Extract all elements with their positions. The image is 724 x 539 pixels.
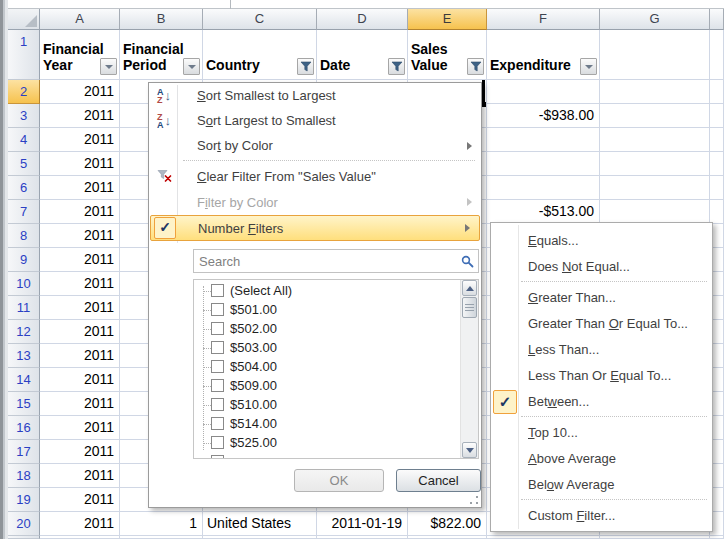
checkbox[interactable] <box>211 398 224 411</box>
filter-value-item[interactable]: $503.00 <box>194 339 478 358</box>
filter-value-item[interactable]: $502.00 <box>194 320 478 339</box>
submenu-item-greater-than[interactable]: Greater Than... <box>491 284 712 310</box>
row-header-15[interactable]: 15 <box>8 392 40 416</box>
menu-item-sort-smallest-to-largest[interactable]: AZ↓Sort Smallest to Largest <box>149 83 481 108</box>
cell-E20[interactable]: $822.00 <box>408 512 487 536</box>
row-header-2[interactable]: 2 <box>8 80 40 104</box>
filter-value-item[interactable]: (Select All) <box>194 282 478 301</box>
menu-item-sort-largest-to-smallest[interactable]: ZA↓Sort Largest to Smallest <box>149 108 481 133</box>
submenu-item-less-than[interactable]: Less Than... <box>491 336 712 362</box>
cell-A7[interactable]: 2011 <box>40 200 120 224</box>
cell-C20[interactable]: United States <box>203 512 317 536</box>
cell-A16[interactable]: 2011 <box>40 416 120 440</box>
cell-C1[interactable]: Country <box>203 30 317 80</box>
cell-A5[interactable]: 2011 <box>40 152 120 176</box>
select-all-corner[interactable] <box>8 9 40 30</box>
cell-partial1[interactable] <box>710 30 724 80</box>
filter-button-D[interactable] <box>388 58 405 75</box>
cell-A18[interactable]: 2011 <box>40 464 120 488</box>
row-header-1[interactable]: 1 <box>8 30 40 80</box>
row-header-6[interactable]: 6 <box>8 176 40 200</box>
row-header-9[interactable]: 9 <box>8 248 40 272</box>
row-header-5[interactable]: 5 <box>8 152 40 176</box>
row-header-17[interactable]: 17 <box>8 440 40 464</box>
cell-G3[interactable] <box>600 104 710 128</box>
cell-F5[interactable] <box>487 152 600 176</box>
cell-A13[interactable]: 2011 <box>40 344 120 368</box>
cell-G7[interactable] <box>600 200 710 224</box>
checkbox[interactable] <box>211 341 224 354</box>
checkbox[interactable] <box>211 417 224 430</box>
row-header-13[interactable]: 13 <box>8 344 40 368</box>
column-header-F[interactable]: F <box>487 9 600 30</box>
row-header-11[interactable]: 11 <box>8 296 40 320</box>
cell-G5[interactable] <box>600 152 710 176</box>
cell-partial4[interactable] <box>710 128 724 152</box>
submenu-item-less-than-or-equal-to[interactable]: Less Than Or Equal To... <box>491 362 712 388</box>
cell-A3[interactable]: 2011 <box>40 104 120 128</box>
checkbox[interactable] <box>211 303 224 316</box>
cell-A15[interactable]: 2011 <box>40 392 120 416</box>
checkbox[interactable] <box>211 360 224 373</box>
cell-A8[interactable]: 2011 <box>40 224 120 248</box>
row-header-12[interactable]: 12 <box>8 320 40 344</box>
filter-value-item[interactable]: $525.00 <box>194 434 478 453</box>
row-header-20[interactable]: 20 <box>8 512 40 536</box>
column-header-D[interactable]: D <box>317 9 408 30</box>
cell-A11[interactable]: 2011 <box>40 296 120 320</box>
row-header-14[interactable]: 14 <box>8 368 40 392</box>
row-header-3[interactable]: 3 <box>8 104 40 128</box>
menu-item-filter-by-color[interactable]: Filter by Color <box>149 189 481 215</box>
row-header-4[interactable]: 4 <box>8 128 40 152</box>
scroll-up-button[interactable] <box>462 280 477 296</box>
cell-A20[interactable]: 2011 <box>40 512 120 536</box>
filter-button-A[interactable] <box>100 58 117 75</box>
scroll-down-button[interactable] <box>462 442 477 458</box>
search-input[interactable] <box>193 249 479 273</box>
cell-D20[interactable]: 2011-01-19 <box>317 512 408 536</box>
cell-F3[interactable]: -$938.00 <box>487 104 600 128</box>
cell-F1[interactable]: Expenditure <box>487 30 600 80</box>
row-header-7[interactable]: 7 <box>8 200 40 224</box>
cell-A1[interactable]: Financial Year <box>40 30 120 80</box>
submenu-item-above-average[interactable]: Above Average <box>491 445 712 471</box>
checkbox[interactable] <box>211 436 224 449</box>
column-header-E[interactable]: E <box>408 9 487 30</box>
cell-G4[interactable] <box>600 128 710 152</box>
menu-item-sort-by-color[interactable]: Sort by Color <box>149 133 481 158</box>
column-header-C[interactable]: C <box>203 9 317 30</box>
filter-value-item[interactable]: $504.00 <box>194 358 478 377</box>
cell-A17[interactable]: 2011 <box>40 440 120 464</box>
column-header-G[interactable]: G <box>600 9 710 30</box>
cell-partial5[interactable] <box>710 152 724 176</box>
row-header-8[interactable]: 8 <box>8 224 40 248</box>
cell-F7[interactable]: -$513.00 <box>487 200 600 224</box>
checkbox[interactable] <box>211 379 224 392</box>
scrollbar-thumb[interactable] <box>462 297 477 318</box>
filter-button-B[interactable] <box>183 58 200 75</box>
submenu-item-equals[interactable]: Equals... <box>491 227 712 253</box>
cell-A9[interactable]: 2011 <box>40 248 120 272</box>
cell-E1[interactable]: Sales Value <box>408 30 487 80</box>
cell-F2[interactable] <box>487 80 600 104</box>
cell-A14[interactable]: 2011 <box>40 368 120 392</box>
cell-G1[interactable] <box>600 30 710 80</box>
row-header-16[interactable]: 16 <box>8 416 40 440</box>
menu-item-number-filters[interactable]: ✓Number Filters <box>150 215 480 241</box>
column-header-A[interactable]: A <box>40 9 120 30</box>
filter-button-E[interactable] <box>467 58 484 75</box>
ok-button[interactable]: OK <box>294 469 384 492</box>
row-header-10[interactable]: 10 <box>8 272 40 296</box>
resize-grip-icon[interactable] <box>470 496 478 504</box>
filter-value-item[interactable]: $509.00 <box>194 377 478 396</box>
checkbox[interactable] <box>211 322 224 335</box>
filter-button-F[interactable] <box>580 58 597 75</box>
cell-F6[interactable] <box>487 176 600 200</box>
cell-partial6[interactable] <box>710 176 724 200</box>
list-scrollbar[interactable] <box>460 280 478 458</box>
menu-item-clear-filter[interactable]: Clear Filter From "Sales Value" <box>149 163 481 189</box>
submenu-item-top-10[interactable]: Top 10... <box>491 419 712 445</box>
checkbox[interactable] <box>211 284 224 297</box>
cell-partial2[interactable] <box>710 80 724 104</box>
cell-partial3[interactable] <box>710 104 724 128</box>
